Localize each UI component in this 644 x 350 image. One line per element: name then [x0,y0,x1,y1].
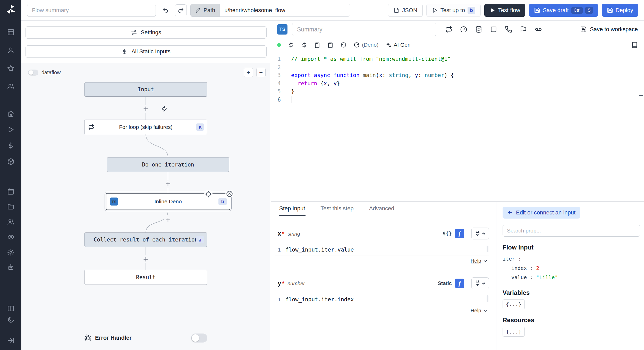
error-handler-toggle[interactable] [191,334,207,343]
trigger-zap-icon[interactable] [160,105,168,113]
add-step-button[interactable] [164,216,172,224]
field-name: y [278,280,281,287]
add-step-button[interactable] [142,255,150,263]
connect-input-button[interactable] [471,277,489,289]
star-icon[interactable] [5,63,16,74]
help-link[interactable]: Help [471,308,481,314]
function-toggle-button[interactable]: f [455,229,464,238]
chevron-down-icon[interactable] [483,308,488,313]
prop-row[interactable]: value : "Lille" [503,273,640,282]
save-to-workspace-button[interactable]: Save to workspace [580,26,638,33]
chevron-down-icon[interactable] [483,259,488,264]
field-type: string [287,231,300,237]
step-summary-input[interactable] [292,23,436,36]
function-toggle-button[interactable]: f [455,279,464,288]
early-stop-flag-icon[interactable] [520,26,527,33]
path-input[interactable] [220,4,350,16]
help-link[interactable]: Help [471,258,481,264]
move-node-handle[interactable] [204,190,213,198]
node-input[interactable]: Input [84,82,207,97]
path-badge[interactable]: Path [191,4,220,16]
workers-bot-icon[interactable] [5,262,16,273]
file-json-icon [393,7,400,13]
delete-node-button[interactable] [225,190,234,198]
variables-title: Variables [503,289,640,296]
node-do-one-iteration[interactable]: Do one iteration [107,157,229,172]
users-icon[interactable] [5,81,16,92]
add-step-button[interactable] [142,105,150,113]
field-y-header: y * number Static f [275,277,489,289]
apps-icon[interactable] [5,27,16,38]
copy-clipboard-icon[interactable] [314,42,320,48]
required-star: * [282,230,284,237]
tab-step-input[interactable]: Step Input [279,202,306,216]
test-up-to-button[interactable]: Test up to b [426,4,481,17]
paste-clipboard-icon[interactable] [327,42,334,48]
groups-icon[interactable] [5,216,16,227]
test-flow-button[interactable]: Test flow [484,4,526,17]
audit-eye-icon[interactable] [5,232,16,243]
stop-square-icon[interactable] [490,26,497,33]
field-x-expression-editor[interactable]: 1 flow_input.iter.value [275,244,489,255]
settings-gear-icon[interactable] [5,247,16,258]
redo-button[interactable] [175,4,187,16]
step-tabs: Step Input Test this step Advanced [271,202,496,216]
input-mode-label[interactable]: Static [438,280,452,286]
arrow-right-icon [481,281,486,286]
add-step-button[interactable] [164,180,172,188]
graph-connectors [21,21,271,350]
reset-rotate-icon[interactable] [340,42,347,48]
home-icon[interactable] [5,108,16,119]
flow-summary-input[interactable] [27,4,156,17]
editor-toolbar: (Deno) AI Gen [271,38,644,52]
docs-book-icon[interactable] [631,42,638,48]
json-button[interactable]: JSON [388,4,423,17]
vars-dollar-icon[interactable] [288,42,294,48]
mini-scrollbar[interactable] [487,246,488,252]
node-result[interactable]: Result [84,270,207,285]
resources-dollar-icon[interactable] [301,42,307,48]
save-draft-button[interactable]: Save draft CtrlS [529,4,598,17]
concurrency-gauge-icon[interactable] [460,26,467,33]
typescript-badge: TS [110,198,118,206]
mini-scrollbar[interactable] [487,295,488,302]
deploy-button[interactable]: Deploy [602,4,638,17]
tab-advanced[interactable]: Advanced [369,202,395,216]
connect-input-button[interactable] [471,228,489,239]
schedules-icon[interactable] [5,186,16,197]
resources-object-button[interactable]: {...} [503,327,525,337]
sidebar [0,0,21,350]
webhook-phone-icon[interactable] [505,26,512,33]
variables-icon[interactable] [5,140,16,151]
cache-repeat-icon[interactable] [445,26,452,33]
runs-icon[interactable] [5,124,16,135]
cache-database-icon[interactable] [475,26,482,33]
user-icon[interactable] [5,45,16,56]
dark-mode-moon-icon[interactable] [5,314,16,325]
plug-icon [474,230,481,237]
field-y-expression-editor[interactable]: 1 flow_input.iter.index [275,294,489,305]
undo-button[interactable] [159,4,171,16]
node-id-badge: a [196,123,204,131]
error-handler-label: Error Handler [95,335,187,341]
search-prop-input[interactable] [503,225,640,237]
resources-title: Resources [503,316,640,324]
node-forloop[interactable]: For loop (skip failures) a [84,120,207,134]
voicemail-icon[interactable] [535,26,542,33]
ai-gen-button[interactable]: AI Gen [385,42,410,48]
variables-object-button[interactable]: {...} [503,299,525,309]
prop-row[interactable]: iter : - [503,254,640,263]
folders-icon[interactable] [5,201,16,212]
input-mode-label[interactable]: ${} [443,230,452,237]
monaco-code-editor[interactable]: 123456 // import * as wmill from "npm:wi… [271,52,644,104]
topbar: Path JSON Test up to b Test flow Save dr… [21,0,644,21]
resources-icon[interactable] [5,156,16,167]
expand-sidebar-icon[interactable] [5,335,16,346]
panel-columns-icon[interactable] [5,303,16,314]
language-selector[interactable]: (Deno) [353,42,378,48]
edit-or-connect-button[interactable]: Edit or connect an input [503,207,580,219]
prop-row[interactable]: index : 2 [503,263,640,273]
tab-test-this-step[interactable]: Test this step [320,202,354,216]
windmill-logo-icon[interactable] [5,4,16,15]
node-collect-result[interactable]: Collect result of each iteration a [84,232,207,247]
